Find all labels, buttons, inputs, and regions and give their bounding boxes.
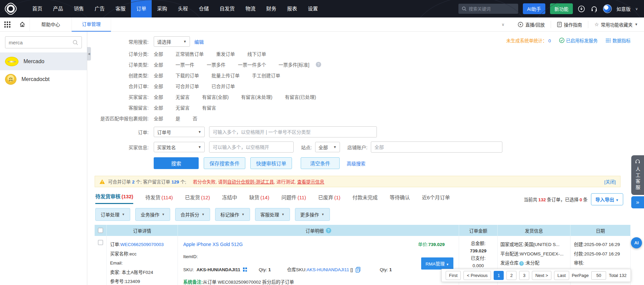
save-search-button[interactable]: 保存搜索条件 [204, 157, 245, 169]
apps-grid-icon[interactable] [0, 17, 15, 32]
filter-option[interactable]: 是 [176, 115, 180, 122]
menu-item-firstleg[interactable]: 头程 [172, 0, 193, 17]
menu-item-product[interactable]: 产品 [48, 0, 68, 17]
tab-pending-audit[interactable]: 待发货审核(132) [95, 193, 133, 204]
filter-option[interactable]: 下载的订单 [176, 72, 199, 79]
filter-option[interactable]: 有留言(已处理) [285, 93, 316, 100]
filter-option[interactable]: 全部 [154, 104, 163, 111]
sku-grid-icon[interactable] [243, 268, 247, 272]
sidebar-item-mercado[interactable]: Mercado [0, 52, 87, 70]
buyer-info-type-select[interactable]: 买家姓名▼ [154, 142, 205, 152]
filter-option[interactable]: 批量上传订单 [211, 72, 240, 79]
filter-option[interactable]: 全部 [154, 72, 163, 79]
rma-manage-button[interactable]: RMA管理▼ [421, 257, 453, 270]
ai-assistant-button[interactable]: AI助手 [523, 3, 545, 14]
filter-option[interactable]: 全部 [154, 83, 163, 89]
next-page-button[interactable]: Next > [532, 271, 551, 280]
panel-collapse-button[interactable]: » [631, 196, 644, 208]
filter-option[interactable]: 线下订单 [247, 50, 266, 57]
row-checkbox[interactable] [98, 240, 103, 245]
tab-awaiting-confirm[interactable]: 等待确认 [390, 194, 410, 204]
sidebar-item-mercadocbt[interactable]: Mercadocbt [0, 70, 87, 88]
filter-option[interactable]: 正常销售订单 [176, 50, 204, 57]
menu-item-service[interactable]: 客服 [110, 0, 131, 17]
tab-problem[interactable]: 问题件(11) [281, 194, 306, 204]
advanced-search-link[interactable]: 高级搜索 [347, 160, 365, 167]
app-logo[interactable] [5, 3, 17, 15]
menu-item-settings[interactable]: 设置 [302, 0, 323, 17]
user-avatar[interactable] [603, 4, 612, 13]
new-features-button[interactable]: 新功能 [550, 3, 573, 14]
sidebar-search-input[interactable] [9, 40, 72, 45]
search-button[interactable]: 搜索 [154, 157, 199, 169]
import-export-button[interactable]: 导入导出▼ [591, 193, 623, 205]
sidebar-collapse-handle[interactable]: ◀ [87, 47, 91, 60]
edition-label[interactable]: 如意版 [616, 5, 631, 12]
human-service-widget[interactable]: 人工客服 [631, 155, 644, 195]
filter-option[interactable]: 已合并订单 [211, 83, 235, 89]
filter-option[interactable]: 一票多件 [207, 61, 226, 68]
perpage-input[interactable] [591, 271, 606, 280]
menu-item-finance[interactable]: 财务 [261, 0, 282, 17]
chevron-down-icon[interactable]: ∨ [635, 7, 638, 11]
menu-item-selfship[interactable]: 自发货 [214, 0, 240, 17]
download-icon[interactable] [578, 5, 586, 13]
store-account-input[interactable] [371, 141, 502, 153]
home-icon[interactable] [15, 17, 30, 32]
filter-option[interactable]: 全部 [154, 115, 163, 122]
view-tips-link[interactable]: 查看提示信息 [297, 179, 324, 185]
filter-option[interactable]: 全部 [154, 61, 163, 68]
menu-item-home[interactable]: 首页 [27, 0, 48, 17]
filter-option[interactable]: 全部 [154, 50, 163, 57]
notice-close-button[interactable]: [关闭] [604, 178, 616, 185]
service-ops-menu[interactable]: 客服处理▼ [255, 208, 290, 221]
help-icon[interactable]: ? [326, 228, 331, 233]
sidebar-search[interactable] [5, 36, 82, 48]
copy-doc-icon[interactable] [355, 267, 361, 273]
tab-unpaid[interactable]: 付款未完成 [352, 194, 378, 204]
select-all-checkbox[interactable] [98, 228, 103, 233]
common-search-select[interactable]: 请选择▼ [154, 36, 190, 47]
filter-option[interactable]: 全部 [154, 93, 163, 100]
warehouse-sku-link[interactable]: AKS-HUNIANDAJI11 [307, 267, 349, 272]
ai-floating-button[interactable]: AI [631, 237, 642, 248]
headset-icon[interactable] [590, 5, 598, 13]
merge-split-menu[interactable]: 合并拆分▼ [175, 208, 210, 221]
order-process-menu[interactable]: 订单处理▼ [95, 208, 130, 221]
tab-to-ship[interactable]: 待发货(114) [145, 194, 173, 204]
quick-audit-button[interactable]: 快捷审核订单 [250, 157, 292, 169]
tab-shipped[interactable]: 已发货(12) [185, 194, 210, 204]
first-page-button[interactable]: First [446, 271, 461, 280]
more-ops-menu[interactable]: 更多操作▼ [295, 208, 330, 221]
filter-option[interactable]: 无留言 [176, 93, 190, 100]
operation-guide-link[interactable]: 操作指南 [551, 21, 588, 28]
favorites-menu[interactable]: ☆ 常用功能收藏夹 ▼ [588, 21, 644, 28]
product-title-link[interactable]: Apple iPhone XS Gold 512G [183, 242, 243, 247]
filter-option[interactable]: 有留言(全部) [202, 93, 229, 100]
filter-option[interactable]: 有留言(未处理) [241, 93, 272, 100]
order-number-link[interactable]: WEC0662509070003 [120, 242, 164, 247]
menu-item-ads[interactable]: 广告 [89, 0, 110, 17]
global-search[interactable] [458, 4, 518, 14]
business-ops-menu[interactable]: 业务操作▼ [135, 208, 170, 221]
filter-option[interactable]: 重发订单 [216, 50, 235, 57]
site-select[interactable]: 全部▼ [315, 142, 340, 152]
tab-frozen[interactable]: 冻结中 [222, 194, 237, 204]
filter-option[interactable]: 手工创建订单 [252, 72, 280, 79]
filter-option[interactable]: 一票一件多个 [238, 61, 266, 68]
order-number-type-select[interactable]: 订单号▼ [154, 127, 205, 137]
page-1-button[interactable]: 1 [494, 271, 504, 280]
filter-option[interactable]: 一票多件[标准] [279, 61, 309, 68]
menu-item-reports[interactable]: 报表 [282, 0, 302, 17]
filter-option[interactable]: 否 [193, 115, 197, 122]
filter-option[interactable]: 无留言 [176, 104, 190, 111]
page-3-button[interactable]: 3 [519, 271, 529, 280]
page-2-button[interactable]: 2 [506, 271, 516, 280]
help-center-link[interactable]: 帮助中心 [30, 17, 71, 32]
edit-common-search-link[interactable]: 编辑 [194, 38, 204, 45]
filter-option[interactable]: 一票一件 [176, 61, 194, 68]
menu-item-warehouse[interactable]: 仓储 [193, 0, 214, 17]
filter-option[interactable]: 可合并订单 [176, 83, 199, 89]
split-rule-link[interactable]: 自动分仓规则-测试工具 [227, 179, 274, 185]
global-search-input[interactable] [469, 6, 512, 11]
